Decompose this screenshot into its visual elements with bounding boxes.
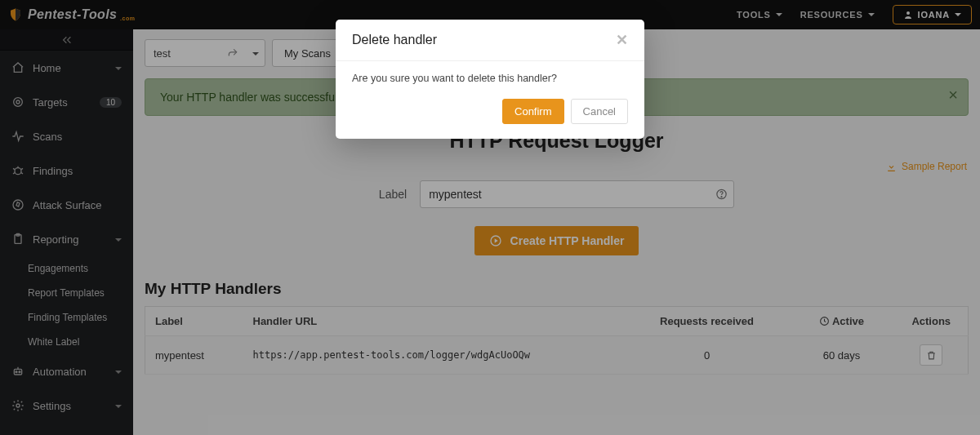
- confirm-button[interactable]: Confirm: [502, 99, 564, 124]
- modal-close-button[interactable]: ✕: [616, 31, 628, 49]
- cancel-button[interactable]: Cancel: [571, 99, 628, 124]
- modal-body-text: Are you sure you want to delete this han…: [336, 61, 644, 99]
- modal-title: Delete handler: [352, 33, 437, 47]
- delete-handler-modal: Delete handler ✕ Are you sure you want t…: [336, 20, 644, 139]
